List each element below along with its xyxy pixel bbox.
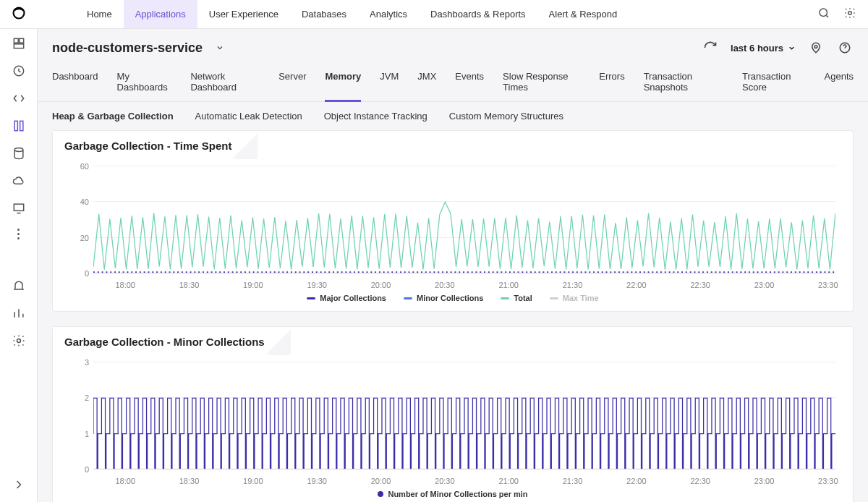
x-tick: 20:30 [435, 477, 455, 485]
top-nav: HomeApplicationsUser ExperienceDatabases… [38, 0, 868, 29]
panel-title: Garbage Collection - Minor Collections [53, 327, 280, 355]
subtab-custom-memory-structures[interactable]: Custom Memory Structures [449, 111, 563, 122]
x-tick: 19:00 [243, 477, 263, 485]
rail-icon-servers[interactable] [12, 119, 26, 133]
svg-rect-0 [14, 38, 18, 43]
x-tick: 20:00 [371, 477, 391, 485]
rail-icon-dashboard[interactable] [12, 36, 26, 51]
chart-area: 020406018:0018:3019:0019:3020:0020:3021:… [64, 166, 841, 289]
nav-item-alert-respond[interactable]: Alert & Respond [537, 0, 629, 28]
legend-item[interactable]: Max Time [550, 294, 599, 302]
rail-icon-cloud[interactable] [12, 174, 26, 188]
nav-item-applications[interactable]: Applications [124, 0, 197, 28]
legend-item[interactable]: Minor Collections [404, 294, 483, 302]
rail-more-icon[interactable] [17, 229, 20, 239]
tab-events[interactable]: Events [455, 64, 484, 101]
x-tick: 18:00 [115, 477, 135, 485]
subtab-object-instance-tracking[interactable]: Object Instance Tracking [324, 111, 427, 122]
nav-item-dashboards-reports[interactable]: Dashboards & Reports [419, 0, 537, 28]
rail-icon-gear[interactable] [12, 333, 26, 348]
page-title: node-customers-service [52, 41, 203, 56]
rail-icon-code[interactable] [12, 91, 26, 106]
app-logo-icon [12, 6, 26, 22]
x-tick: 23:30 [818, 281, 838, 289]
time-range-selector[interactable]: last 6 hours [731, 43, 796, 54]
x-tick: 18:30 [179, 477, 200, 485]
x-tick: 23:00 [754, 477, 775, 485]
y-tick: 20 [64, 234, 89, 242]
tab-dashboard[interactable]: Dashboard [52, 64, 98, 101]
y-tick: 2 [64, 393, 89, 402]
time-range-label: last 6 hours [731, 43, 783, 54]
left-rail [0, 0, 38, 502]
subtab-heap-garbage-collection[interactable]: Heap & Garbage Collection [52, 111, 174, 122]
x-tick: 23:00 [754, 281, 775, 289]
tab-transaction-score[interactable]: Transaction Score [742, 64, 806, 101]
tab-slow-response-times[interactable]: Slow Response Times [503, 64, 580, 101]
search-icon[interactable] [817, 7, 830, 22]
panel-1: Garbage Collection - Minor Collections01… [52, 326, 854, 502]
legend-item[interactable]: Major Collections [307, 294, 386, 302]
app-switcher-chevron[interactable] [211, 39, 229, 56]
y-tick: 0 [64, 465, 89, 474]
nav-item-analytics[interactable]: Analytics [358, 0, 419, 28]
x-tick: 22:30 [690, 477, 710, 485]
x-tick: 22:00 [626, 281, 647, 289]
y-tick: 0 [64, 269, 89, 278]
legend-item[interactable]: Number of Minor Collections per min [378, 490, 527, 498]
x-tick: 21:30 [563, 477, 583, 485]
nav-item-databases[interactable]: Databases [290, 0, 358, 28]
x-tick: 21:00 [498, 281, 519, 289]
x-tick: 22:00 [626, 477, 647, 485]
y-tick: 40 [64, 197, 89, 206]
legend-item[interactable]: Total [501, 294, 532, 302]
chart-legend: Major CollectionsMinor CollectionsTotalM… [64, 294, 841, 302]
x-tick: 18:30 [179, 281, 200, 289]
y-tick: 1 [64, 430, 89, 438]
tab-server[interactable]: Server [278, 64, 306, 101]
panel-0: Garbage Collection - Time Spent020406018… [52, 130, 854, 312]
rail-icon-bell[interactable] [12, 278, 26, 293]
y-tick: 3 [64, 358, 89, 367]
svg-rect-4 [14, 121, 17, 130]
rail-icon-monitor[interactable] [12, 201, 26, 216]
svg-rect-7 [14, 204, 23, 210]
chart-legend: Number of Minor Collections per min [64, 490, 841, 498]
nav-item-user-experience[interactable]: User Experience [197, 0, 290, 28]
tab-my-dashboards[interactable]: My Dashboards [117, 64, 172, 101]
svg-point-8 [17, 339, 20, 343]
chart-area: 012318:0018:3019:0019:3020:0020:3021:002… [64, 362, 841, 485]
tab-agents[interactable]: Agents [825, 64, 854, 101]
settings-gear-icon[interactable] [843, 7, 856, 22]
location-pin-icon[interactable] [807, 39, 825, 56]
svg-rect-2 [14, 44, 23, 48]
x-tick: 19:30 [307, 281, 327, 289]
x-tick: 23:30 [818, 477, 838, 485]
subtab-automatic-leak-detection[interactable]: Automatic Leak Detection [195, 111, 302, 122]
x-tick: 21:00 [498, 477, 519, 485]
tab-network-dashboard[interactable]: Network Dashboard [190, 64, 260, 101]
help-icon[interactable] [836, 39, 854, 56]
x-tick: 20:00 [371, 281, 391, 289]
x-tick: 19:00 [243, 281, 263, 289]
primary-tabs: DashboardMy DashboardsNetwork DashboardS… [38, 64, 868, 102]
x-tick: 22:30 [690, 281, 710, 289]
tab-transaction-snapshots[interactable]: Transaction Snapshots [644, 64, 723, 101]
nav-item-home[interactable]: Home [75, 0, 124, 28]
tab-jmx[interactable]: JMX [417, 64, 436, 101]
rail-icon-clock[interactable] [12, 64, 26, 78]
x-tick: 19:30 [307, 477, 327, 485]
rail-icon-expand[interactable] [12, 477, 26, 492]
x-tick: 21:30 [563, 281, 583, 289]
svg-point-10 [848, 12, 852, 15]
tab-jvm[interactable]: JVM [380, 64, 399, 101]
x-tick: 20:30 [435, 281, 455, 289]
panel-title: Garbage Collection - Time Spent [53, 131, 247, 159]
rail-icon-database[interactable] [12, 146, 26, 161]
refresh-button[interactable] [702, 39, 719, 56]
svg-point-12 [814, 46, 817, 48]
svg-point-6 [14, 148, 23, 152]
tab-errors[interactable]: Errors [599, 64, 624, 101]
rail-icon-chart[interactable] [12, 306, 26, 320]
tab-memory[interactable]: Memory [325, 64, 361, 101]
